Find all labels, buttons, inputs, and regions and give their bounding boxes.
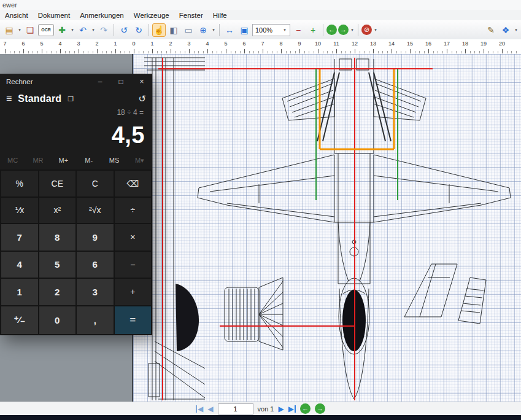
minimize-button[interactable]: – xyxy=(90,74,110,90)
prev-view-button[interactable]: ← xyxy=(326,25,337,35)
calc-key-subtract[interactable]: − xyxy=(115,252,152,278)
ruler-number: 5 xyxy=(40,41,43,47)
calc-key-negate[interactable]: ⁺∕₋ xyxy=(1,306,38,335)
calc-key-equals[interactable]: = xyxy=(115,306,152,335)
calc-key-digit-9[interactable]: 9 xyxy=(77,224,114,251)
calc-key-divide[interactable]: ÷ xyxy=(115,198,152,224)
ruler-tick-minor xyxy=(253,51,254,53)
select-tool-button[interactable]: ▭ xyxy=(182,23,195,37)
calc-key-digit-2[interactable]: 2 xyxy=(39,279,76,305)
blueprint-drawing xyxy=(133,54,521,402)
calc-key-digit-0[interactable]: 0 xyxy=(39,306,76,335)
undo-button-caret-icon[interactable]: ▾ xyxy=(91,28,96,33)
menu-hilfe[interactable]: Hilfe xyxy=(213,12,227,19)
memory-list-button: M▾ xyxy=(127,157,152,165)
hand-tool-button[interactable]: ☝ xyxy=(152,23,166,37)
ruler-tick-minor xyxy=(176,51,176,53)
history-icon[interactable]: ↺ xyxy=(138,93,146,104)
add-annotation-button-caret-icon[interactable]: ▾ xyxy=(70,28,75,33)
calc-key-clear-entry[interactable]: CE xyxy=(39,171,76,196)
pencil-tool-button[interactable]: ✎ xyxy=(484,23,498,37)
undo-button[interactable]: ↶ xyxy=(76,23,90,37)
exclude-button-caret-icon[interactable]: ▾ xyxy=(373,28,378,33)
calc-key-decimal[interactable]: , xyxy=(77,306,114,335)
ocr-button[interactable]: OCR xyxy=(38,24,54,36)
zoom-out-button[interactable]: − xyxy=(291,23,305,37)
calc-key-digit-5[interactable]: 5 xyxy=(39,252,76,278)
stamp-button[interactable]: ❏ xyxy=(23,23,37,37)
calculator-window[interactable]: Rechner –□× ≡ Standard ❐ ↺ 18 ÷ 4 = 4,5 … xyxy=(0,74,152,335)
calc-key-square[interactable]: x² xyxy=(39,198,76,224)
ruler-tick xyxy=(60,49,61,53)
rotate-cw-button[interactable]: ↻ xyxy=(132,23,145,37)
ruler-tick-minor xyxy=(461,51,461,53)
keep-on-top-icon[interactable]: ❐ xyxy=(68,95,74,103)
ruler-tick-minor xyxy=(277,51,277,53)
ruler-number: 6 xyxy=(242,41,245,47)
ruler-tick-minor xyxy=(309,51,309,53)
export-document-button-caret-icon[interactable]: ▾ xyxy=(17,28,22,33)
ruler: 765432101234567891011121314151617181920 xyxy=(0,39,521,55)
zoom-combo[interactable]: 100%▾ xyxy=(252,24,290,36)
memory-subtract-button[interactable]: M- xyxy=(76,157,101,164)
page-count-label: von 1 xyxy=(258,405,274,413)
ruler-tick-minor xyxy=(364,51,365,53)
calc-key-square-root[interactable]: ²√x xyxy=(77,198,114,224)
zoom-tool-button-caret-icon[interactable]: ▾ xyxy=(211,28,216,33)
redo-button[interactable]: ↷ xyxy=(97,23,110,37)
fit-width-button[interactable]: ↔ xyxy=(223,23,236,37)
shapes-tool-button[interactable]: ❖ xyxy=(499,23,512,37)
ruler-tick xyxy=(263,49,263,53)
last-page-button[interactable]: ▶ xyxy=(288,405,296,413)
calc-key-digit-8[interactable]: 8 xyxy=(39,224,76,251)
zoom-in-button[interactable]: + xyxy=(306,23,320,37)
calc-key-digit-3[interactable]: 3 xyxy=(77,279,114,305)
calc-key-backspace[interactable]: ⌫ xyxy=(115,171,152,196)
blueprint-page[interactable] xyxy=(132,54,521,402)
calc-key-reciprocal[interactable]: ⅟x xyxy=(1,198,38,224)
calc-key-multiply[interactable]: × xyxy=(115,224,152,251)
next-view-button-caret-icon[interactable]: ▾ xyxy=(350,28,355,33)
page-number-input[interactable] xyxy=(218,403,253,414)
memory-recall-button: MR xyxy=(25,157,50,164)
shapes-tool-button-caret-icon[interactable]: ▾ xyxy=(514,28,519,33)
menu-werkzeuge[interactable]: Werkzeuge xyxy=(134,12,169,19)
memory-store-button[interactable]: MS xyxy=(101,157,126,164)
menu-ansicht[interactable]: Ansicht xyxy=(5,12,28,19)
zoom-tool-button[interactable]: ⊕ xyxy=(196,23,210,37)
calc-key-percent[interactable]: % xyxy=(1,171,38,196)
ruler-tick xyxy=(171,49,171,53)
add-annotation-button[interactable]: ✚ xyxy=(55,23,69,37)
first-page-button[interactable]: ◀ xyxy=(196,405,203,413)
ruler-tick-minor xyxy=(19,51,20,53)
ruler-tick xyxy=(244,49,245,53)
prev-view-button[interactable]: ← xyxy=(300,403,311,414)
export-document-button[interactable]: ▤ xyxy=(2,23,16,37)
calc-key-clear[interactable]: C xyxy=(77,171,114,196)
menu-fenster[interactable]: Fenster xyxy=(179,12,203,19)
calc-key-digit-1[interactable]: 1 xyxy=(1,279,38,305)
memory-add-button[interactable]: M+ xyxy=(51,157,76,164)
next-view-button[interactable]: → xyxy=(338,25,349,35)
ruler-tick-minor xyxy=(51,51,52,53)
next-page-button[interactable]: ▶ xyxy=(278,405,284,413)
calculator-titlebar[interactable]: Rechner –□× xyxy=(0,74,152,90)
close-button[interactable]: × xyxy=(131,74,152,90)
menu-anmerkungen[interactable]: Anmerkungen xyxy=(80,12,124,19)
prev-page-button[interactable]: ◀ xyxy=(207,405,213,413)
calc-key-digit-4[interactable]: 4 xyxy=(1,252,38,278)
next-view-button[interactable]: → xyxy=(315,403,325,414)
rotate-ccw-button[interactable]: ↺ xyxy=(117,23,131,37)
ruler-number: 7 xyxy=(3,41,6,47)
maximize-button[interactable]: □ xyxy=(110,74,131,90)
ruler-tick-minor xyxy=(93,51,93,53)
exclude-button[interactable]: ⊘ xyxy=(361,25,372,35)
menu-icon[interactable]: ≡ xyxy=(6,93,12,104)
snapshot-button[interactable]: ◧ xyxy=(167,23,180,37)
menu-dokument[interactable]: Dokument xyxy=(38,12,70,19)
calc-key-add[interactable]: + xyxy=(115,279,152,305)
ruler-tick-minor xyxy=(396,51,397,53)
calc-key-digit-7[interactable]: 7 xyxy=(1,224,38,251)
fit-page-button[interactable]: ▣ xyxy=(237,23,251,37)
calc-key-digit-6[interactable]: 6 xyxy=(77,252,114,278)
